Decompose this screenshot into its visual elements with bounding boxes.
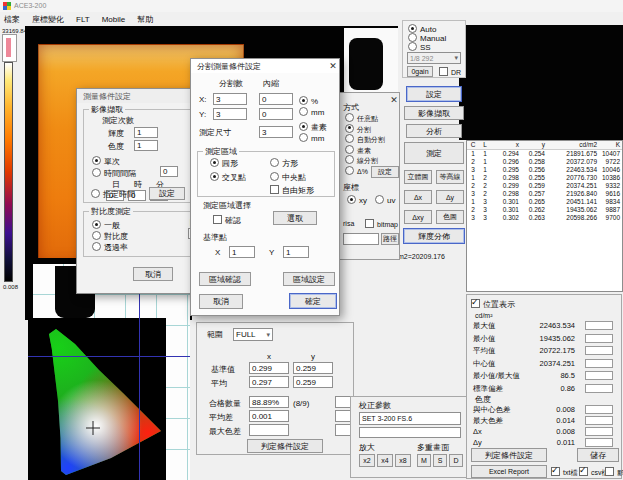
menu-item-1[interactable]: 座標變化 bbox=[32, 14, 64, 25]
avg-x-value[interactable]: 0.297 bbox=[249, 376, 289, 388]
x-inset-field[interactable]: 0 bbox=[259, 93, 293, 105]
contrast-radio[interactable]: 對比度 bbox=[92, 231, 128, 242]
split-close-icon[interactable]: ✕ bbox=[328, 61, 338, 71]
colormap-button[interactable]: 色圖 bbox=[436, 210, 464, 224]
table-row[interactable]: 120.2980.25520776.73010386 bbox=[467, 174, 622, 182]
zoom-button-x2[interactable]: x2 bbox=[359, 454, 375, 467]
split-dialog-title-bar[interactable]: 分割測量條件設定 bbox=[191, 59, 339, 73]
confirm-checkbox[interactable]: 確認 bbox=[213, 215, 241, 226]
secondary-image-view[interactable] bbox=[459, 25, 623, 140]
txt-checkbox[interactable]: txt檔 bbox=[551, 467, 577, 478]
base-x-value[interactable]: 0.299 bbox=[249, 362, 289, 374]
analyze-button[interactable]: 分析 bbox=[406, 124, 462, 138]
table-row[interactable]: 130.3010.26520451.1419834 bbox=[467, 198, 622, 206]
x-div-field[interactable]: 3 bbox=[213, 93, 247, 105]
measure-button[interactable]: 測定 bbox=[404, 142, 464, 164]
multi-button-d[interactable]: D bbox=[449, 454, 463, 467]
table-row[interactable]: 230.3010.26219435.0629887 bbox=[467, 206, 622, 214]
menu-item-4[interactable]: 幫助 bbox=[137, 14, 153, 25]
mode-option-0[interactable]: 任意點 bbox=[345, 113, 378, 124]
split-cancel-button[interactable]: 取消 bbox=[199, 294, 243, 309]
table-row[interactable]: 210.2960.25820372.0799722 bbox=[467, 158, 622, 166]
avg-y-value[interactable]: 0.259 bbox=[293, 376, 333, 388]
multi-button-s[interactable]: S bbox=[433, 454, 447, 467]
mode-option-5[interactable]: Δ% bbox=[345, 166, 368, 177]
excel-report-button[interactable]: Excel Report bbox=[471, 465, 547, 478]
normal-radio[interactable]: 一般 bbox=[92, 220, 120, 231]
shutter-dropdown[interactable]: 1/8 292 bbox=[407, 52, 461, 64]
menu-item-0[interactable]: 檔案 bbox=[4, 14, 20, 25]
base-y-value[interactable]: 0.259 bbox=[293, 362, 333, 374]
square-radio[interactable]: 方形 bbox=[270, 158, 298, 169]
mode-option-3[interactable]: 畫素 bbox=[345, 145, 371, 156]
trans-radio[interactable]: 透過率 bbox=[92, 242, 128, 253]
calib-value-field[interactable]: SET 3-200 FS.6 bbox=[359, 412, 461, 425]
base-y-field[interactable]: 1 bbox=[283, 246, 309, 258]
pick-button[interactable]: 選取 bbox=[273, 211, 317, 225]
measure-cancel-button[interactable]: 取消 bbox=[133, 267, 173, 281]
judge-settings-button[interactable]: 判定條件設定 bbox=[471, 448, 547, 462]
pct-radio[interactable]: % bbox=[299, 96, 318, 107]
area-confirm-button[interactable]: 區域確認 bbox=[199, 272, 251, 286]
y-div-field[interactable]: 3 bbox=[213, 108, 247, 120]
center-radio[interactable]: 中央點 bbox=[270, 172, 306, 183]
menu-item-2[interactable]: FLT bbox=[76, 15, 90, 24]
chroma-count-field[interactable]: 1 bbox=[134, 140, 158, 151]
dr-checkbox[interactable]: DR bbox=[439, 67, 461, 78]
zoom-button-x8[interactable]: x8 bbox=[395, 454, 411, 467]
spec-time-radio[interactable]: 指定時間 bbox=[91, 189, 135, 200]
range-dropdown[interactable]: FULL bbox=[233, 328, 273, 341]
table-row[interactable]: 220.2990.25920374.2519332 bbox=[467, 182, 622, 190]
view-3d-button[interactable]: 立體圖 bbox=[404, 170, 432, 184]
zoom-button-x4[interactable]: x4 bbox=[377, 454, 393, 467]
delta-y-button[interactable]: Δy bbox=[436, 190, 464, 204]
bitmap-checkbox[interactable]: bitmap bbox=[365, 219, 398, 230]
interval-radio[interactable]: 時間間隔 bbox=[92, 168, 136, 179]
px-radio[interactable]: 畫素 bbox=[299, 122, 327, 133]
delta-x-button[interactable]: Δx bbox=[404, 190, 432, 204]
mode-set-button[interactable]: 設定 bbox=[371, 166, 399, 178]
set-button[interactable]: 設定 bbox=[406, 86, 462, 102]
results-table[interactable]: CLxycd/m2K 110.2940.25421891.67510407210… bbox=[466, 140, 623, 292]
table-row[interactable]: 110.2940.25421891.67510407 bbox=[467, 150, 622, 158]
y-inset-field[interactable]: 0 bbox=[259, 108, 293, 120]
interval-field[interactable]: 0 bbox=[160, 166, 178, 177]
area-set-button[interactable]: 區域設定 bbox=[283, 272, 335, 286]
lum-count-field[interactable]: 1 bbox=[134, 127, 158, 138]
table-row[interactable]: 320.2980.25721926.8409616 bbox=[467, 190, 622, 198]
mode-option-4[interactable]: 線分割 bbox=[345, 155, 378, 166]
luminance-dist-button[interactable]: 輝度分佈 bbox=[403, 228, 465, 244]
mm2-radio[interactable]: mm bbox=[299, 133, 324, 144]
mode-option-2[interactable]: 自動分割 bbox=[345, 134, 385, 145]
circle-radio[interactable]: 圓形 bbox=[210, 158, 238, 169]
table-row[interactable]: 310.2950.25622463.53410046 bbox=[467, 166, 622, 174]
dialog-title-bar[interactable]: 測量條件設定 bbox=[77, 89, 205, 103]
cross-radio[interactable]: 交叉點 bbox=[210, 172, 246, 183]
free-rect-checkbox[interactable]: 自由矩形 bbox=[270, 185, 314, 196]
mode-option-1[interactable]: 分割 bbox=[345, 124, 371, 135]
mm-radio[interactable]: mm bbox=[299, 107, 324, 118]
menu-item-3[interactable]: Mobile bbox=[102, 15, 126, 24]
size-field[interactable]: 3 bbox=[259, 126, 293, 138]
single-radio[interactable]: 單次 bbox=[92, 156, 120, 167]
cie-diagram[interactable] bbox=[28, 318, 166, 480]
close-icon[interactable]: ✕ bbox=[389, 95, 399, 105]
path-field[interactable] bbox=[343, 233, 379, 245]
img-checkbox[interactable]: 影像檔 bbox=[605, 467, 623, 478]
radio-uv[interactable]: uv bbox=[375, 195, 395, 206]
range-judge-button[interactable]: 判定條件設定 bbox=[247, 439, 323, 453]
path-button[interactable]: 路徑 bbox=[381, 233, 399, 245]
position-checkbox[interactable]: 位置表示 bbox=[471, 299, 515, 310]
delta-xy-button[interactable]: Δxy bbox=[404, 210, 432, 224]
table-row[interactable]: 330.3020.26320598.2669700 bbox=[467, 214, 622, 222]
calib-empty-field[interactable] bbox=[359, 427, 461, 438]
save-button[interactable]: 儲存 bbox=[577, 448, 619, 462]
contour-button[interactable]: 等高線 bbox=[436, 170, 464, 184]
base-x-field[interactable]: 1 bbox=[229, 246, 255, 258]
gain-button[interactable]: 0gain bbox=[407, 66, 433, 77]
spec-time-set-button[interactable]: 設定 bbox=[149, 187, 185, 200]
radio-xy[interactable]: xy bbox=[347, 195, 367, 206]
split-ok-button[interactable]: 確定 bbox=[289, 293, 337, 309]
multi-button-m[interactable]: M bbox=[417, 454, 431, 467]
capture-button[interactable]: 影像擷取 bbox=[404, 106, 464, 120]
